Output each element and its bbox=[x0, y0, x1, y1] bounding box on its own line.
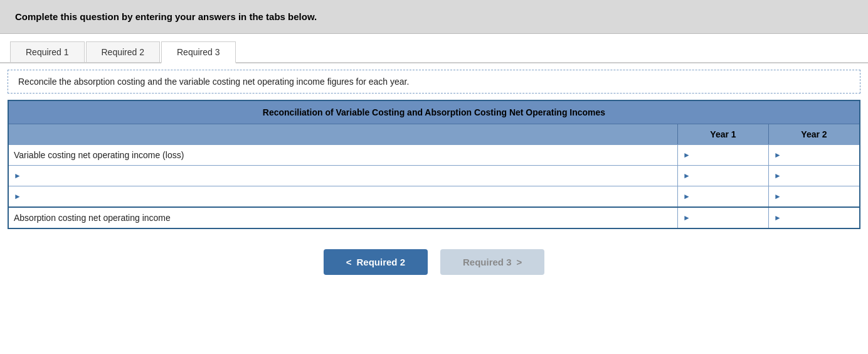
triangle-icon-r4y2: ► bbox=[774, 213, 781, 222]
triangle-icon-r3-label: ► bbox=[14, 192, 21, 201]
triangle-icon-r2-label: ► bbox=[14, 171, 21, 180]
tabs-container: Required 1 Required 2 Required 3 bbox=[0, 34, 868, 63]
row1-label: Variable costing net operating income (l… bbox=[9, 145, 677, 165]
tab-required-1[interactable]: Required 1 bbox=[10, 41, 85, 62]
instruction-text: Complete this question by entering your … bbox=[15, 11, 317, 22]
table-row: ► ► ► bbox=[9, 186, 859, 206]
reconciliation-table: Reconciliation of Variable Costing and A… bbox=[8, 100, 860, 229]
row3-label-cell[interactable]: ► bbox=[9, 186, 677, 206]
triangle-icon-r1y2: ► bbox=[774, 151, 781, 159]
row4-year2-cell[interactable]: ► bbox=[768, 208, 859, 228]
row1-year2-cell[interactable]: ► bbox=[768, 145, 859, 165]
row4-year2-input[interactable] bbox=[783, 212, 854, 224]
next-label: Required 3 bbox=[463, 257, 512, 267]
row2-year1-cell[interactable]: ► bbox=[677, 166, 768, 186]
instruction-bar: Complete this question by entering your … bbox=[0, 0, 868, 34]
table-row: Absorption costing net operating income … bbox=[9, 206, 859, 228]
triangle-icon-r3y1: ► bbox=[683, 192, 691, 201]
row3-year2-cell[interactable]: ► bbox=[768, 186, 859, 206]
row3-year1-input[interactable] bbox=[692, 190, 763, 203]
next-button[interactable]: Required 3 > bbox=[440, 249, 544, 275]
tab-required-3[interactable]: Required 3 bbox=[161, 41, 236, 63]
next-icon: > bbox=[517, 257, 522, 267]
question-text: Reconcile the absorption costing and the… bbox=[8, 70, 860, 94]
triangle-icon-r1y1: ► bbox=[683, 151, 691, 159]
table-row: ► ► ► bbox=[9, 165, 859, 186]
row4-year1-cell[interactable]: ► bbox=[677, 208, 768, 228]
tab-required-2[interactable]: Required 2 bbox=[86, 41, 161, 62]
triangle-icon-r2y2: ► bbox=[774, 171, 781, 180]
row1-year1-cell[interactable]: ► bbox=[677, 145, 768, 165]
row1-year1-input[interactable] bbox=[692, 149, 763, 161]
row4-label: Absorption costing net operating income bbox=[9, 208, 677, 228]
triangle-icon-r3y2: ► bbox=[774, 192, 781, 201]
col-header-year1: Year 1 bbox=[677, 124, 768, 144]
col-header-label bbox=[9, 124, 677, 144]
buttons-row: < Required 2 Required 3 > bbox=[0, 234, 868, 287]
back-button[interactable]: < Required 2 bbox=[324, 249, 428, 275]
row3-year1-cell[interactable]: ► bbox=[677, 186, 768, 206]
col-header-year2: Year 2 bbox=[768, 124, 859, 144]
row1-year2-input[interactable] bbox=[783, 149, 854, 161]
triangle-icon-r2y1: ► bbox=[683, 171, 691, 180]
table-body: Variable costing net operating income (l… bbox=[9, 144, 859, 228]
triangle-icon-r4y1: ► bbox=[683, 213, 691, 222]
row2-label-input[interactable] bbox=[23, 169, 672, 182]
row2-label-cell[interactable]: ► bbox=[9, 166, 677, 186]
table-header-row: Year 1 Year 2 bbox=[9, 124, 859, 144]
row2-year2-cell[interactable]: ► bbox=[768, 166, 859, 186]
row3-year2-input[interactable] bbox=[783, 190, 854, 203]
row4-year1-input[interactable] bbox=[692, 212, 763, 224]
row2-year1-input[interactable] bbox=[692, 169, 763, 182]
row3-label-input[interactable] bbox=[23, 190, 672, 203]
table-title: Reconciliation of Variable Costing and A… bbox=[9, 101, 859, 124]
back-label: Required 2 bbox=[356, 257, 405, 267]
back-icon: < bbox=[346, 257, 352, 267]
row2-year2-input[interactable] bbox=[783, 169, 854, 182]
table-row: Variable costing net operating income (l… bbox=[9, 144, 859, 165]
